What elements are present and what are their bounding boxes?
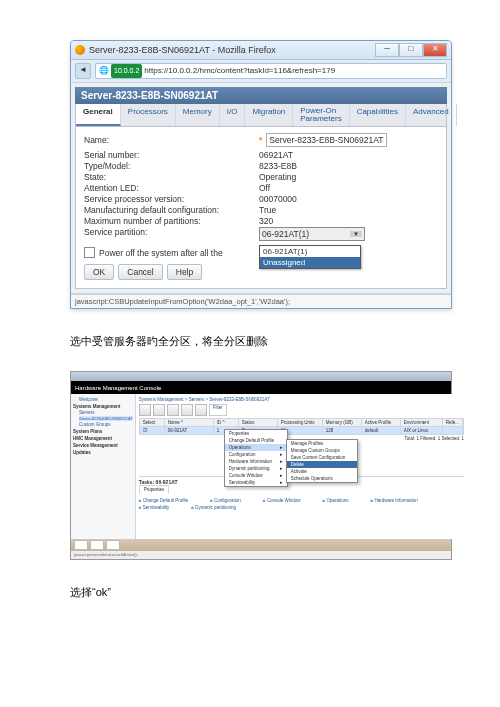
tab-poweron[interactable]: Power-On Parameters [293,104,349,126]
task-link[interactable]: Dynamic partitioning [191,505,236,510]
row-value: 06921AT [259,150,293,160]
tab-memory[interactable]: Memory [176,104,220,126]
cell-profile: default [362,427,401,434]
dropdown-option-unassigned[interactable]: Unassigned [260,257,360,268]
task-link[interactable]: Serviceability [139,505,169,510]
sidebar-item-welcome[interactable]: Welcome [79,397,133,402]
window-minimize-icon[interactable]: ─ [375,43,399,57]
hmc-statusbar: javascript:menuItemLaunchAction(); [71,551,451,559]
url-text: https://10.0.0.2/hmc/content?taskId=116&… [144,64,335,78]
help-button[interactable]: Help [167,264,202,280]
tool-button[interactable] [167,404,179,416]
sidebar-item-hmcman[interactable]: HMC Management [73,436,133,441]
chevron-down-icon: ▼ [350,231,362,237]
tab-io[interactable]: I/O [220,104,246,126]
instruction-text-2: 选择“ok” [70,585,450,600]
sidebar-item-updates[interactable]: Updates [73,450,133,455]
chevron-right-icon: ▸ [280,445,283,450]
tab-migration[interactable]: Migration [245,104,293,126]
panel-title: Server-8233-E8B-SN06921AT [75,87,447,104]
row-value: True [259,205,276,215]
instruction-text-1: 选中受管服务器旳全分区，将全分区删除 [70,334,450,349]
poweroff-checkbox[interactable] [84,247,95,258]
foot-button[interactable] [90,540,104,550]
tab-processors[interactable]: Processors [121,104,176,126]
cancel-button[interactable]: Cancel [118,264,162,280]
tab-general[interactable]: General [76,104,121,126]
task-link[interactable]: Change Default Profile [139,498,188,503]
task-links: Change Default Profile Configuration Con… [139,498,464,510]
subctx-item[interactable]: Save Current Configuration [287,454,357,461]
globe-icon: 🌐 [99,64,109,78]
hmc-sidebar: Welcome Systems Management Servers Serve… [71,394,136,539]
hmc-toolbar: Filter [139,404,464,416]
row-value: 8233-E8B [259,161,297,171]
col-mem[interactable]: Memory (GB) [323,419,362,426]
name-field[interactable]: Server-8233-E8B-SN06921AT [266,133,386,147]
table-row[interactable]: ☑ 06-921AT 1 Running 16 128 default AIX … [140,427,463,434]
ctx-item-change-profile[interactable]: Change Default Profile [225,437,287,444]
foot-button[interactable] [106,540,120,550]
tool-button[interactable] [139,404,151,416]
tabs: General Processors Memory I/O Migration … [75,104,447,127]
task-link[interactable]: Console Window [263,498,301,503]
col-status[interactable]: Status [239,419,278,426]
row-label: Serial number: [84,150,259,160]
cell-name: 06-921AT [165,427,214,434]
row-label: Service processor version: [84,194,259,204]
col-name[interactable]: Name ^ [165,419,214,426]
ctx-item-hardware[interactable]: Hardware Information▸ [225,458,287,465]
col-pu[interactable]: Processing Units [278,419,323,426]
ok-button[interactable]: OK [84,264,114,280]
tool-button[interactable] [181,404,193,416]
tool-button[interactable] [153,404,165,416]
window-maximize-icon[interactable]: □ [399,43,423,57]
subctx-item[interactable]: Schedule Operations [287,475,357,482]
context-submenu: Manage Profiles Manage Custom Groups Sav… [286,439,358,483]
row-value: Off [259,183,270,193]
col-id[interactable]: ID ^ [214,419,239,426]
foot-button[interactable] [74,540,88,550]
subctx-item[interactable]: Manage Custom Groups [287,447,357,454]
col-env[interactable]: Environment [401,419,443,426]
tab-capabilities[interactable]: Capabilities [350,104,406,126]
url-input[interactable]: 🌐 10.0.0.2 https://10.0.0.2/hmc/content?… [95,63,447,79]
dropdown-option[interactable]: 06-921AT(1) [260,246,360,257]
tab-advanced[interactable]: Advanced [406,104,457,126]
task-link[interactable]: Operations [322,498,348,503]
ctx-item-properties[interactable]: Properties [225,430,287,437]
window-close-icon[interactable]: ✕ [423,43,447,57]
status-bar: javascript:CSBUpdateInputFromOption('W2d… [71,294,451,308]
ctx-item-service[interactable]: Serviceability▸ [225,479,287,486]
back-button[interactable]: ◄ [75,63,91,79]
sidebar-section-sysman[interactable]: Systems Management [73,404,133,409]
task-tab[interactable]: Properties [139,485,170,494]
sidebar-item-server[interactable]: Server-8233-E8B-SN06921AT [79,416,133,421]
subctx-item[interactable]: Manage Profiles [287,440,357,447]
sidebar-item-customgroups[interactable]: Custom Groups [79,422,133,427]
sidebar-item-servers[interactable]: Servers [79,410,133,415]
task-link[interactable]: Hardware Information [370,498,417,503]
filter-input[interactable]: Filter [209,404,227,416]
col-ref[interactable]: Refe... [443,419,463,426]
row-label: Maximum number of partitions: [84,216,259,226]
ctx-item-configuration[interactable]: Configuration▸ [225,451,287,458]
context-menu: Properties Change Default Profile Operat… [224,429,288,487]
row-label: Manufacturing default configuration: [84,205,259,215]
ctx-item-operations[interactable]: Operations▸ [225,444,287,451]
hmc-titlebar [71,372,451,381]
firefox-window: Server-8233-E8B-SN06921AT - Mozilla Fire… [70,40,452,309]
col-profile[interactable]: Active Profile [362,419,401,426]
ctx-item-dynamic[interactable]: Dynamic partitioning▸ [225,465,287,472]
service-partition-select[interactable]: 06-921AT(1) ▼ [259,227,365,241]
tool-button[interactable] [195,404,207,416]
ip-chip: 10.0.0.2 [111,64,142,78]
cell-mem: 128 [323,427,362,434]
subctx-item-delete[interactable]: Delete [287,461,357,468]
dropdown-value: 06-921AT(1) [262,229,309,239]
subctx-item[interactable]: Activate [287,468,357,475]
sidebar-item-sysplans[interactable]: System Plans [73,429,133,434]
sidebar-item-svcman[interactable]: Service Management [73,443,133,448]
task-link[interactable]: Configuration [210,498,241,503]
ctx-item-console[interactable]: Console Window▸ [225,472,287,479]
